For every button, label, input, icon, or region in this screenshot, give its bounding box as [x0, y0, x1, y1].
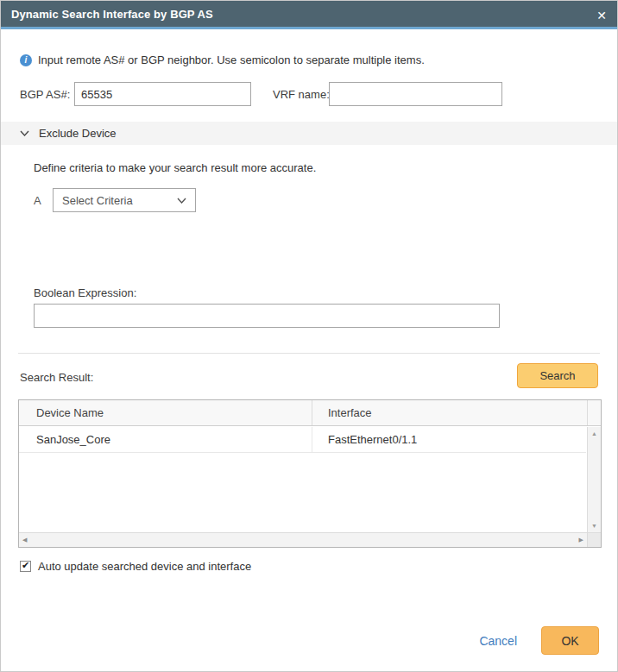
criteria-hint-text: Define criteria to make your search resu… [34, 161, 316, 174]
scroll-up-icon[interactable]: ▲ [591, 430, 597, 436]
search-result-label: Search Result: [20, 371, 93, 384]
cancel-button[interactable]: Cancel [479, 634, 517, 648]
section-divider [18, 353, 600, 354]
select-criteria-dropdown[interactable]: Select Criteria [53, 188, 196, 212]
vrf-name-input[interactable] [329, 82, 502, 106]
auto-update-label: Auto update searched device and interfac… [38, 560, 251, 573]
table-header-row: Device Name Interface [19, 400, 601, 426]
vertical-scrollbar[interactable]: ▲ ▼ [587, 427, 601, 532]
ok-button[interactable]: OK [541, 626, 599, 655]
column-header-device-name: Device Name [19, 400, 312, 425]
dialog-header: Dynamic Search Interface by BGP AS ✕ [1, 1, 617, 29]
boolean-expression-label: Boolean Expression: [34, 286, 136, 299]
cell-interface: FastEthernet0/1.1 [312, 427, 586, 452]
vrf-name-label: VRF name: [273, 88, 330, 101]
auto-update-checkbox[interactable]: ✔ [20, 561, 31, 572]
exclude-device-section-toggle[interactable]: Exclude Device [1, 122, 617, 145]
bgp-as-label: BGP AS#: [20, 88, 70, 101]
exclude-device-label: Exclude Device [39, 127, 117, 140]
checkmark-icon: ✔ [22, 561, 29, 570]
bgp-as-input[interactable] [74, 82, 251, 106]
search-result-table: Device Name Interface SanJose_Core FastE… [18, 399, 602, 548]
dynamic-search-dialog: Dynamic Search Interface by BGP AS ✕ i I… [0, 0, 618, 672]
auto-update-checkbox-row[interactable]: ✔ Auto update searched device and interf… [20, 560, 251, 573]
chevron-down-icon [177, 198, 186, 204]
criteria-row-letter: A [34, 194, 41, 207]
info-message-row: i Input remote AS# or BGP neighbor. Use … [20, 53, 425, 66]
scroll-left-icon[interactable]: ◀ [22, 537, 27, 543]
info-icon: i [20, 54, 32, 66]
scrollbar-corner [587, 532, 601, 547]
horizontal-scrollbar[interactable]: ◀ ▶ [19, 532, 587, 547]
dialog-title: Dynamic Search Interface by BGP AS [11, 8, 213, 21]
scroll-down-icon[interactable]: ▼ [591, 523, 597, 529]
close-icon[interactable]: ✕ [596, 1, 607, 29]
cell-device-name: SanJose_Core [19, 427, 312, 452]
chevron-down-icon [20, 130, 29, 136]
info-message: Input remote AS# or BGP neighbor. Use se… [38, 53, 425, 66]
table-header-spacer [587, 400, 601, 425]
dialog-footer: Cancel OK [479, 626, 599, 655]
search-button[interactable]: Search [517, 363, 598, 388]
boolean-expression-input[interactable] [34, 304, 500, 328]
table-row[interactable]: SanJose_Core FastEthernet0/1.1 [19, 427, 586, 453]
column-header-interface: Interface [312, 400, 587, 425]
select-criteria-value: Select Criteria [62, 194, 133, 207]
scroll-right-icon[interactable]: ▶ [579, 537, 583, 543]
